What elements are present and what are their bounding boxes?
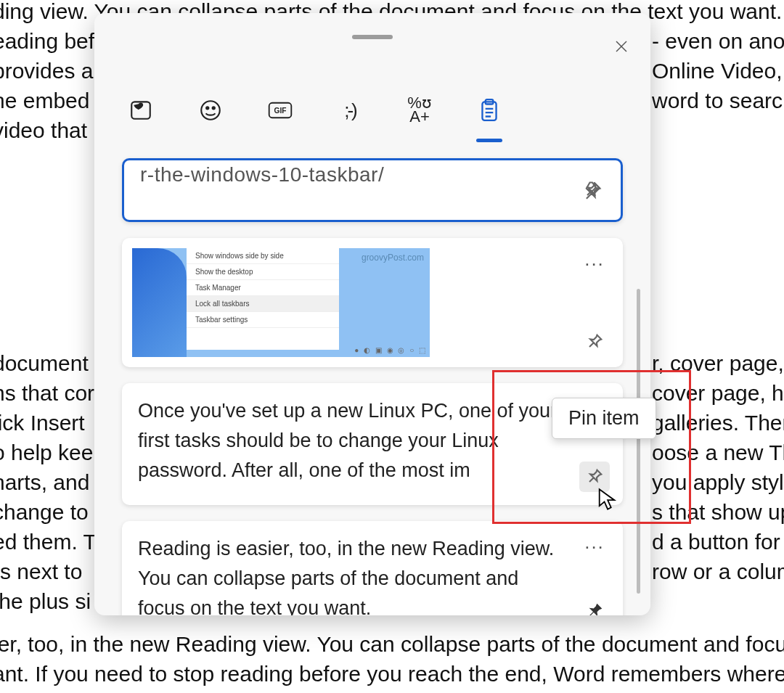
background-text-line: ier, too, in the new Reading view. You c… xyxy=(0,629,784,659)
tab-symbols[interactable]: %ʊA+ xyxy=(402,93,437,128)
background-text-line: o help keep xyxy=(0,438,105,467)
background-text-line: oose a new The xyxy=(652,438,784,467)
thumb-menu-row: Task Manager xyxy=(187,280,339,296)
thumb-menu-row: Taskbar settings xyxy=(187,312,339,328)
svg-point-4 xyxy=(206,107,208,109)
tab-clipboard[interactable] xyxy=(472,93,507,128)
tooltip-pin-item: Pin item xyxy=(552,398,656,439)
close-button[interactable] xyxy=(607,32,636,61)
background-text-line: provides a xyxy=(0,56,93,86)
background-text-line: lick Insert xyxy=(0,408,85,438)
clip-item-url[interactable]: r-the-windows-10-taskbar/ xyxy=(122,158,623,222)
background-text-line: word to search xyxy=(652,86,784,115)
system-tray-icons: ● ◐ ▣ ◉ ◎ ○ ⬚ xyxy=(354,346,427,354)
background-text-line: r, cover page, a xyxy=(652,348,784,378)
background-text-line: ed them. T xyxy=(0,527,97,557)
pin-button-pinned[interactable] xyxy=(579,596,610,615)
background-text-line: galleries. Them xyxy=(652,408,784,438)
clip-text: Reading is easier, too, in the new Readi… xyxy=(138,534,565,615)
background-text-line: eading bef xyxy=(0,26,94,56)
background-text-line: d a button for l xyxy=(652,527,784,557)
svg-point-5 xyxy=(213,107,215,109)
background-text-line: ant. If you need to stop reading before … xyxy=(0,659,784,689)
background-text-line: rs next to xyxy=(0,557,82,586)
background-text-line: cover page, he xyxy=(652,378,784,408)
background-text-line: video that xyxy=(0,115,87,145)
clip-text: Once you've set up a new Linux PC, one o… xyxy=(138,396,565,485)
background-text-line: ns that cor xyxy=(0,378,94,408)
background-text-line: row or a colum xyxy=(652,557,784,586)
clip-item-linux[interactable]: Once you've set up a new Linux PC, one o… xyxy=(122,383,623,505)
tab-bar: GIF ;-) %ʊA+ xyxy=(123,93,507,128)
clip-item-reading[interactable]: Reading is easier, too, in the new Readi… xyxy=(122,521,623,615)
background-text-line: he embed c xyxy=(0,86,107,115)
clip-item-image[interactable]: Show windows side by sideShow the deskto… xyxy=(122,238,623,367)
background-text-line: change to xyxy=(0,497,89,527)
drag-handle[interactable] xyxy=(352,35,393,39)
background-text-line: - even on anoth xyxy=(652,26,784,56)
background-text-line: you apply style xyxy=(652,467,784,497)
tab-emoji[interactable] xyxy=(193,93,228,128)
background-text-line: document xyxy=(0,348,89,378)
background-text-line: Online Video, y xyxy=(652,56,784,86)
clip-image-thumbnail: Show windows side by sideShow the deskto… xyxy=(132,248,430,357)
tab-recent[interactable] xyxy=(123,93,158,128)
tab-gif[interactable]: GIF xyxy=(263,93,298,128)
tab-kaomoji[interactable]: ;-) xyxy=(332,93,367,128)
thumb-menu-row: Show windows side by side xyxy=(187,248,339,264)
more-button[interactable]: ··· xyxy=(579,531,610,562)
background-text-line: harts, and xyxy=(0,467,89,497)
background-text-line: s that show up xyxy=(652,497,784,527)
thumb-menu-row: Lock all taskbars xyxy=(187,296,339,312)
svg-text:GIF: GIF xyxy=(274,107,287,115)
background-text-line: the plus si xyxy=(0,586,91,616)
clip-text: r-the-windows-10-taskbar/ xyxy=(140,160,563,185)
thumb-menu-row: Show the desktop xyxy=(187,264,339,280)
pin-button[interactable] xyxy=(579,327,610,357)
image-watermark: groovyPost.com xyxy=(362,253,424,263)
pin-button[interactable] xyxy=(577,175,608,205)
clipboard-panel: GIF ;-) %ʊA+ r-the-windows-10-taskbar/ xyxy=(94,13,650,615)
svg-point-3 xyxy=(201,101,220,120)
cursor-icon xyxy=(597,488,617,511)
clipboard-content: r-the-windows-10-taskbar/ Show windows s… xyxy=(94,158,650,615)
more-button[interactable]: ··· xyxy=(579,248,610,279)
